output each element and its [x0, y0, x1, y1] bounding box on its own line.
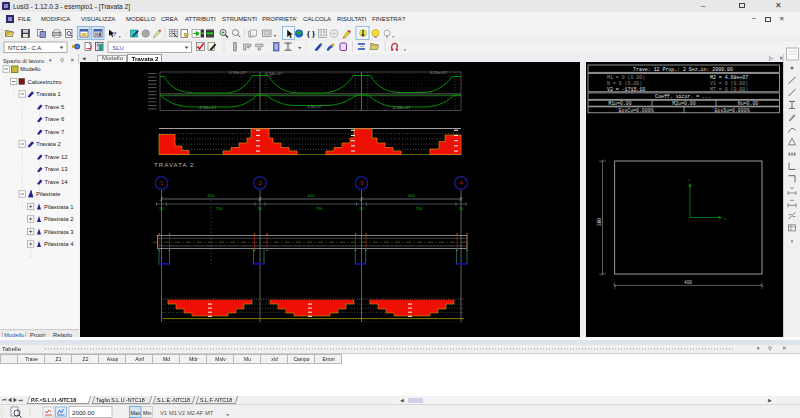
svg-text:M2u=0.00: M2u=0.00 — [672, 101, 696, 106]
svg-text:-4.6e+07: -4.6e+07 — [306, 104, 323, 109]
svg-text:400: 400 — [684, 280, 692, 285]
svg-text:-4.59e+07: -4.59e+07 — [228, 70, 247, 75]
svg-text:V1 = 0 (0.00): V1 = 0 (0.00) — [710, 81, 748, 86]
svg-text:N = 0 (0.00): N = 0 (0.00) — [607, 81, 642, 86]
svg-text:Travata 2: Travata 2 — [36, 141, 61, 147]
svg-text:Trave 6: Trave 6 — [45, 116, 65, 122]
svg-text:Min: Min — [143, 410, 152, 416]
svg-text:4: 4 — [459, 180, 463, 186]
svg-text:Trave 12: Trave 12 — [45, 154, 68, 160]
svg-text:400: 400 — [408, 193, 416, 198]
svg-text:300: 300 — [597, 218, 602, 226]
svg-text:2: 2 — [688, 178, 691, 182]
svg-text:MT: MT — [205, 410, 214, 416]
svg-text:Trave 7: Trave 7 — [45, 129, 65, 135]
svg-text:1: 1 — [724, 217, 727, 221]
svg-text:-4.58e+07: -4.58e+07 — [198, 105, 217, 110]
svg-text:Coeff. sicur. = ...: Coeff. sicur. = ... — [655, 94, 711, 99]
svg-text:1: 1 — [160, 180, 163, 186]
svg-text:400: 400 — [207, 193, 215, 198]
svg-text:M2 = 4.68e+07: M2 = 4.68e+07 — [710, 75, 748, 80]
svg-text:EpsSu=0.000%: EpsSu=0.000% — [714, 108, 749, 113]
svg-text:M1: M1 — [169, 410, 177, 416]
svg-text:50: 50 — [459, 206, 464, 211]
svg-text:Travata 1: Travata 1 — [36, 91, 61, 97]
svg-text:Trave 13: Trave 13 — [45, 166, 69, 172]
svg-text:MT = 0 (0.00): MT = 0 (0.00) — [710, 87, 748, 92]
svg-text:Pilastrata 2: Pilastrata 2 — [44, 216, 73, 222]
svg-text:750: 750 — [216, 206, 223, 211]
svg-text:Pilastrata 4: Pilastrata 4 — [44, 241, 74, 247]
svg-text:50: 50 — [359, 206, 364, 211]
svg-text:750: 750 — [416, 206, 423, 211]
svg-text:EpsCu=0.000%: EpsCu=0.000% — [618, 108, 653, 113]
svg-text:Modello: Modello — [20, 66, 41, 72]
svg-text:2: 2 — [258, 180, 261, 186]
svg-text:Trave 14: Trave 14 — [45, 179, 69, 185]
svg-text:-4.54e+07: -4.54e+07 — [264, 71, 283, 76]
svg-text:Pilastrata 3: Pilastrata 3 — [44, 229, 74, 235]
svg-text:{ }: { } — [307, 29, 316, 39]
svg-text:Trave: 12 Prop.: 2 Sez.in: 2: Trave: 12 Prop.: 2 Sez.in: 2000.00 — [633, 67, 733, 72]
svg-text:V2: V2 — [178, 410, 185, 416]
svg-text:3: 3 — [360, 180, 363, 186]
svg-text:NTC18 - C.A.: NTC18 - C.A. — [8, 45, 43, 51]
svg-text:4.55e+07: 4.55e+07 — [430, 70, 448, 75]
svg-text:M2: M2 — [187, 410, 195, 416]
svg-text:Calcestruzzo: Calcestruzzo — [28, 79, 63, 85]
svg-text:Max: Max — [131, 410, 141, 416]
svg-text:SLU: SLU — [113, 45, 124, 51]
svg-text:750: 750 — [316, 206, 323, 211]
svg-text:Pilastrate: Pilastrate — [36, 191, 61, 197]
svg-text:-4.58e+07: -4.58e+07 — [392, 105, 411, 110]
svg-text:Trave 5: Trave 5 — [45, 104, 65, 110]
svg-text:TRAVATA 2: TRAVATA 2 — [154, 161, 195, 168]
svg-text:2000.00: 2000.00 — [72, 409, 95, 416]
svg-text:V2 = -1715.10: V2 = -1715.10 — [607, 87, 645, 92]
svg-text:AF: AF — [196, 410, 204, 416]
svg-text:50: 50 — [258, 206, 263, 211]
svg-text:M1u=0.00: M1u=0.00 — [608, 101, 632, 106]
svg-text:Pilastrata 1: Pilastrata 1 — [44, 204, 73, 210]
svg-text:400: 400 — [307, 193, 315, 198]
svg-text:V1: V1 — [160, 410, 167, 416]
svg-text:Nu=0.00: Nu=0.00 — [738, 101, 759, 106]
svg-text:M1 = 0 (0.00): M1 = 0 (0.00) — [607, 75, 645, 80]
svg-text:?: ? — [113, 30, 117, 38]
svg-text:50: 50 — [159, 206, 164, 211]
